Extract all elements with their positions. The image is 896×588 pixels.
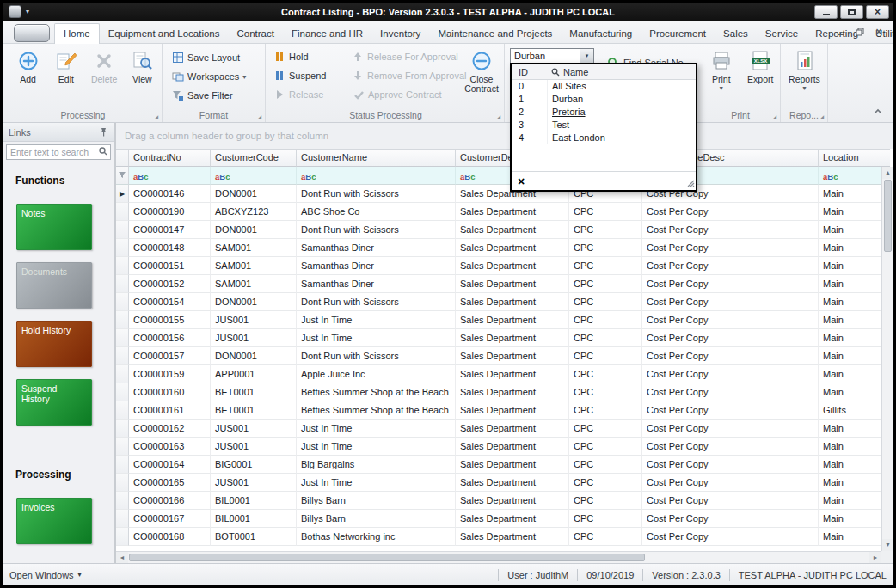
cell-contracttypedesc[interactable]: Cost Per Copy: [642, 257, 819, 275]
grid-row[interactable]: CO0000166BIL0001Billys BarnSales Departm…: [116, 492, 881, 510]
grid-row[interactable]: CO0000165JUS001Just In TimeSales Departm…: [116, 474, 881, 492]
cell-customerdeptdesc[interactable]: Sales Department: [456, 275, 569, 293]
cell-customername[interactable]: Betties Summer Shop at the Beach: [297, 383, 456, 401]
grid-row[interactable]: CO0000159APP0001Apple Juice IncSales Dep…: [116, 365, 881, 383]
tab-equipment-and-locations[interactable]: Equipment and Locations: [100, 23, 229, 44]
add-button[interactable]: Add: [10, 46, 46, 107]
cell-customercode[interactable]: BET0001: [211, 383, 297, 401]
cell-location[interactable]: Gillits: [819, 401, 881, 420]
cell-contractno[interactable]: CO0000160: [129, 383, 211, 401]
cell-customername[interactable]: Samanthas Diner: [297, 275, 456, 293]
cell-location[interactable]: Main: [819, 293, 881, 311]
cell-contractno[interactable]: CO0000157: [129, 347, 211, 365]
scroll-left-icon[interactable]: ◄: [116, 552, 128, 563]
cell-contractno[interactable]: CO0000159: [129, 365, 211, 383]
cell-contracttypedesc[interactable]: Cost Per Copy: [642, 456, 819, 474]
cell-customercode[interactable]: SAM001: [211, 239, 297, 257]
cell-contracttype[interactable]: CPC: [569, 492, 642, 510]
filter-cell-contractno[interactable]: aBc: [129, 167, 211, 185]
cell-customername[interactable]: Billys Barn: [297, 510, 456, 528]
scroll-right-icon[interactable]: ►: [869, 552, 881, 563]
scroll-down-icon[interactable]: ▼: [882, 539, 893, 551]
dialog-launcher-icon[interactable]: ◢: [496, 113, 500, 119]
grid-row[interactable]: CO0000162JUS001Just In TimeSales Departm…: [116, 420, 881, 438]
cell-customername[interactable]: ABC Shoe Co: [297, 203, 456, 221]
save-layout-button[interactable]: Save Layout: [169, 48, 260, 67]
mdi-restore-button[interactable]: [850, 24, 869, 40]
cell-contractno[interactable]: CO0000148: [129, 239, 211, 257]
grid-row[interactable]: CO0000151SAM001Samanthas DinerSales Depa…: [116, 257, 881, 275]
cell-contracttypedesc[interactable]: Cost Per Copy: [642, 311, 819, 329]
remove-from-approval-button[interactable]: Remove From Approval: [349, 66, 459, 85]
cell-customername[interactable]: Dont Run with Scissors: [297, 185, 456, 203]
cell-customerdeptdesc[interactable]: Sales Department: [456, 293, 569, 311]
grid-row[interactable]: CO0000163JUS001Just In TimeSales Departm…: [116, 438, 881, 456]
grid-row[interactable]: CO0000148SAM001Samanthas DinerSales Depa…: [116, 239, 881, 257]
scroll-up-icon[interactable]: ▲: [882, 167, 893, 179]
cell-contracttype[interactable]: CPC: [569, 347, 642, 365]
mdi-close-button[interactable]: ×: [869, 24, 888, 40]
cell-contracttype[interactable]: CPC: [569, 239, 642, 257]
quick-access-caret-icon[interactable]: ▾: [26, 8, 29, 15]
cell-customerdeptdesc[interactable]: Sales Department: [456, 420, 569, 438]
cell-location[interactable]: Main: [819, 257, 881, 275]
cell-contracttypedesc[interactable]: Cost Per Copy: [642, 438, 819, 456]
site-combo-dropdown-button[interactable]: ▾: [580, 49, 593, 63]
approve-contract-button[interactable]: Approve Contract: [349, 85, 459, 104]
cell-customername[interactable]: Billys Barn: [297, 492, 456, 510]
filter-cell-customername[interactable]: aBc: [297, 167, 456, 185]
cell-contracttypedesc[interactable]: Cost Per Copy: [642, 239, 819, 257]
cell-customerdeptdesc[interactable]: Sales Department: [456, 221, 569, 239]
cell-customername[interactable]: Just In Time: [297, 474, 456, 492]
cell-customerdeptdesc[interactable]: Sales Department: [456, 492, 569, 510]
site-option-pretoria[interactable]: 2Pretoria: [512, 106, 696, 119]
pin-icon[interactable]: [99, 127, 108, 137]
grid-row[interactable]: CO0000156JUS001Just In TimeSales Departm…: [116, 329, 881, 347]
cell-location[interactable]: Main: [819, 311, 881, 329]
reports-button[interactable]: Reports ▼: [784, 46, 825, 107]
cell-customercode[interactable]: BIL0001: [211, 492, 297, 510]
hold-button[interactable]: Hold: [270, 47, 349, 66]
cell-contractno[interactable]: CO0000167: [129, 510, 211, 528]
links-panel-header[interactable]: Links: [3, 123, 114, 142]
grid-row[interactable]: ▶CO0000146DON0001Dont Run with ScissorsS…: [116, 185, 881, 203]
cell-customerdeptdesc[interactable]: Sales Department: [456, 239, 569, 257]
column-header-contractno[interactable]: ContractNo: [129, 149, 211, 167]
column-header-customercode[interactable]: CustomerCode: [211, 149, 297, 167]
cell-location[interactable]: Main: [819, 420, 881, 438]
dropdown-name-column-header[interactable]: Name: [548, 67, 696, 77]
cell-customercode[interactable]: JUS001: [211, 329, 297, 347]
tab-contract[interactable]: Contract: [228, 23, 282, 44]
print-button[interactable]: Print ▼: [703, 46, 740, 107]
close-contract-button[interactable]: Close Contract: [461, 46, 502, 107]
cell-customercode[interactable]: BIL0001: [211, 510, 297, 528]
cell-contractno[interactable]: CO0000156: [129, 329, 211, 347]
vertical-scrollbar[interactable]: ▲ ▼: [881, 167, 893, 551]
cell-customerdeptdesc[interactable]: Sales Department: [456, 383, 569, 401]
cell-contracttypedesc[interactable]: Cost Per Copy: [642, 510, 819, 528]
cell-customername[interactable]: Just In Time: [297, 420, 456, 438]
cell-customerdeptdesc[interactable]: Sales Department: [456, 474, 569, 492]
cell-contracttypedesc[interactable]: Cost Per Copy: [642, 329, 819, 347]
cell-contracttype[interactable]: CPC: [569, 438, 642, 456]
cell-customername[interactable]: Samanthas Diner: [297, 239, 456, 257]
cell-customercode[interactable]: DON0001: [211, 293, 297, 311]
filter-cell-location[interactable]: aBc: [819, 167, 881, 185]
cell-customerdeptdesc[interactable]: Sales Department: [456, 311, 569, 329]
cell-customerdeptdesc[interactable]: Sales Department: [456, 329, 569, 347]
site-option-durban[interactable]: 1Durban: [512, 93, 696, 106]
tile-invoices[interactable]: Invoices: [16, 498, 92, 544]
cell-location[interactable]: Main: [819, 203, 881, 221]
cell-contracttype[interactable]: CPC: [569, 257, 642, 275]
grid-row[interactable]: CO0000160BET0001Betties Summer Shop at t…: [116, 383, 881, 401]
tab-manufacturing[interactable]: Manufacturing: [561, 23, 641, 44]
vertical-scroll-thumb[interactable]: [884, 180, 892, 252]
popup-resize-grip[interactable]: [687, 179, 695, 189]
cell-contractno[interactable]: CO0000166: [129, 492, 211, 510]
cell-contractno[interactable]: CO0000190: [129, 203, 211, 221]
cell-customername[interactable]: Just In Time: [297, 438, 456, 456]
cell-customercode[interactable]: BOT0001: [211, 528, 297, 546]
tab-inventory[interactable]: Inventory: [371, 23, 429, 44]
ribbon-collapse-button[interactable]: [873, 103, 883, 119]
view-button[interactable]: View: [125, 46, 160, 107]
